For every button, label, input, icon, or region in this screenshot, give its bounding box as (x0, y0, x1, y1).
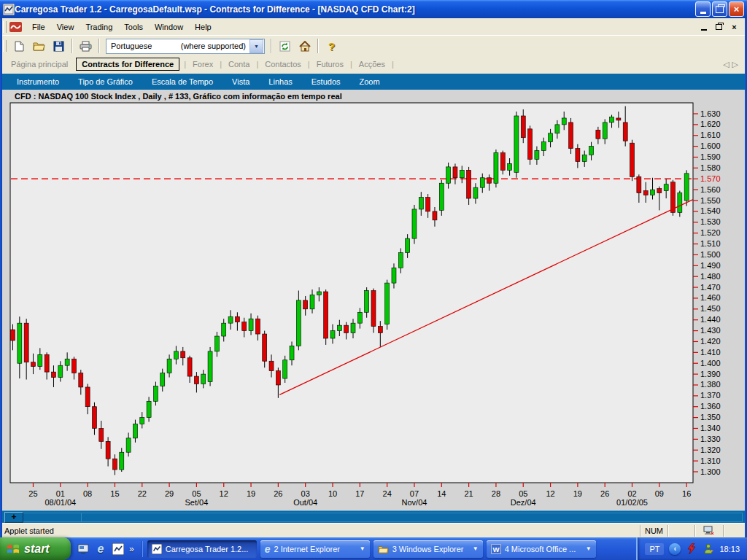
tray-messenger-icon[interactable] (703, 543, 714, 555)
y-axis-label: 1.330 (700, 435, 721, 443)
chart-menu-vista[interactable]: Vista (222, 75, 259, 88)
mdi-minimize-button[interactable] (698, 22, 709, 31)
y-axis-label: 1.300 (700, 467, 721, 476)
combo-dropdown-arrow-icon[interactable]: ▼ (249, 39, 263, 53)
x-axis-label: 26 (274, 489, 282, 498)
tab-contracts-for-difference[interactable]: Contracts for Difference (76, 58, 179, 71)
language-indicator[interactable]: PT (645, 543, 664, 555)
group-dropdown-icon[interactable]: ▼ (473, 545, 479, 552)
mdi-restore-button[interactable] (713, 22, 724, 31)
candle-body (153, 386, 158, 401)
chart-menu-tipo-de-grafico[interactable]: Tipo de Gráfico (69, 75, 142, 88)
restore-button[interactable] (712, 1, 727, 17)
minimize-button[interactable] (695, 1, 711, 17)
menu-file[interactable]: File (26, 20, 51, 34)
candle-body (385, 283, 390, 324)
status-panel (723, 525, 747, 537)
candle-body (657, 189, 662, 193)
candle-body (433, 211, 437, 220)
quick-launch-internet-explorer-icon[interactable]: e (94, 542, 107, 556)
candle-body (467, 170, 471, 198)
chart-menu-estudos[interactable]: Estudos (302, 75, 350, 88)
quick-launch-carregosa-icon[interactable] (112, 542, 125, 556)
chart-menu-escala-de-tempo[interactable]: Escala de Tempo (142, 75, 222, 88)
candle-body (500, 153, 505, 171)
language-combobox[interactable]: Portuguese (where supported) ▼ (106, 39, 265, 54)
menu-help[interactable]: Help (189, 20, 217, 34)
group-dropdown-icon[interactable]: ▼ (360, 545, 365, 552)
group-dropdown-icon[interactable]: ▼ (586, 545, 592, 552)
new-button[interactable] (9, 36, 29, 55)
x-axis-label: 17 (355, 489, 364, 498)
tray-alert-icon[interactable] (686, 543, 697, 555)
menu-bar: File View Trading Tools Window Help × (0, 18, 747, 35)
home-button[interactable] (295, 36, 314, 55)
save-floppy-icon (53, 41, 64, 52)
menu-window[interactable]: Window (149, 20, 189, 34)
save-button[interactable] (49, 36, 69, 55)
candle-body (357, 312, 362, 323)
tab-contactos[interactable]: Contactos (260, 58, 306, 70)
x-axis-label: 05 (519, 489, 527, 498)
windows-logo-icon (7, 542, 20, 556)
tab-separator: | (255, 60, 260, 69)
toolbar-grip[interactable] (3, 21, 7, 33)
chart-menu-bar: Instrumento Tipo de Gráfico Escala de Te… (0, 72, 747, 90)
x-axis-label: 14 (437, 489, 446, 498)
chart-menu-instrumento[interactable]: Instrumento (7, 75, 69, 88)
task-button-label: 4 Microsoft Office ... (505, 545, 582, 553)
candle-body (24, 323, 28, 362)
y-axis-label: 1.550 (700, 196, 721, 205)
tab-forex[interactable]: Forex (187, 58, 218, 70)
price-chart[interactable]: 1.3001.3101.3201.3301.3401.3501.3601.370… (0, 90, 747, 510)
printer-icon (80, 41, 92, 52)
tab-conta[interactable]: Conta (223, 58, 255, 70)
print-button[interactable] (76, 36, 96, 55)
close-button[interactable]: × (729, 1, 744, 17)
taskbar-button-windows-explorer[interactable]: 3 Windows Explorer ▼ (374, 540, 483, 558)
network-offline-icon: × (703, 526, 716, 536)
open-button[interactable] (29, 36, 49, 55)
tab-futuros[interactable]: Futuros (311, 58, 349, 70)
carregosa-task-icon (152, 544, 162, 554)
task-button-label: 2 Internet Explorer (274, 545, 355, 553)
hide-tray-icons-button[interactable]: ‹ (669, 543, 681, 555)
toolbar-separator (71, 39, 73, 53)
help-button[interactable]: ? (322, 36, 341, 55)
chart-menu-zoom[interactable]: Zoom (350, 75, 390, 88)
mdi-close-button[interactable]: × (729, 22, 740, 31)
crosshair-tool-button[interactable]: + (4, 512, 23, 523)
menu-view[interactable]: View (51, 20, 80, 34)
y-axis-label: 1.510 (700, 239, 721, 248)
y-axis-label: 1.390 (700, 370, 721, 378)
candle-body (371, 291, 376, 327)
y-axis-label: 1.480 (700, 272, 721, 281)
taskbar-button-microsoft-office[interactable]: W 4 Microsoft Office ... ▼ (487, 540, 596, 558)
app-logo-icon (3, 4, 15, 15)
quick-launch-overflow-chevron-icon[interactable]: » (129, 544, 134, 554)
candle-body (51, 372, 55, 377)
quick-launch-desktop-icon[interactable] (77, 542, 90, 556)
candle-body (541, 142, 546, 151)
menu-trading[interactable]: Trading (80, 20, 118, 34)
tab-scroll-left-icon[interactable]: ◁ (723, 60, 729, 69)
taskbar-button-carregosa[interactable]: Carregosa Trader 1.2... (147, 540, 257, 558)
x-axis-label: 03 (301, 489, 310, 498)
refresh-button[interactable] (275, 36, 295, 55)
toolbar-separator (98, 39, 100, 53)
chart-menu-linhas[interactable]: Linhas (259, 75, 301, 88)
candle-body (480, 178, 484, 187)
start-button[interactable]: start (0, 537, 71, 560)
candle-body (678, 193, 682, 213)
toolbar-grip-2[interactable] (3, 40, 7, 52)
tab-accoes[interactable]: Acções (354, 58, 390, 70)
mdi-document-icon[interactable] (9, 22, 22, 32)
system-tray: PT ‹ 18:13 (636, 537, 747, 560)
tab-pagina-principal[interactable]: Página principal (6, 58, 73, 70)
taskbar-button-internet-explorer[interactable]: e 2 Internet Explorer ▼ (260, 540, 370, 558)
x-axis-label: 10 (328, 489, 337, 498)
tab-scroll-right-icon[interactable]: ▷ (732, 60, 738, 69)
start-label: start (24, 542, 50, 556)
candle-body (365, 291, 369, 313)
menu-tools[interactable]: Tools (118, 20, 149, 34)
